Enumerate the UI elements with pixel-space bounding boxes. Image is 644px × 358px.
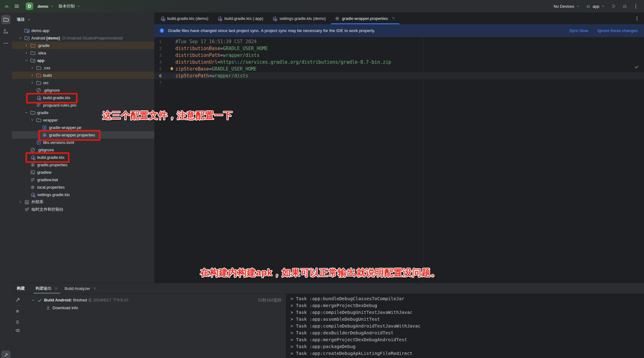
- build-panel-tab-构建输出[interactable]: 构建输出: [32, 283, 61, 294]
- chevron-down-icon: [601, 4, 605, 8]
- chevron-down-icon[interactable]: [31, 298, 35, 302]
- tree-item-dot-idea[interactable]: .idea: [12, 49, 154, 57]
- hammer-icon: [3, 352, 9, 358]
- project-avatar-badge[interactable]: D: [26, 2, 33, 10]
- device-selector[interactable]: No Devices: [554, 4, 580, 9]
- ignore-changes-link[interactable]: Ignore these changes: [597, 28, 638, 33]
- tree-item-label: local.properties: [37, 185, 65, 190]
- main-menu-hamburger-icon[interactable]: [14, 3, 20, 9]
- resource-manager-button[interactable]: [1, 27, 11, 36]
- tree-item-local-properties[interactable]: local.properties: [12, 183, 154, 191]
- project-name: demo: [38, 4, 48, 9]
- download-info-row[interactable]: Download info: [23, 304, 286, 311]
- tree-item-path: D:\Android Studio\Project\Android: [62, 36, 123, 40]
- tree-item-wrapper-jar[interactable]: gradle-wrapper.jar: [12, 124, 154, 131]
- tree-chevron-icon: [24, 43, 29, 48]
- vcs-widget[interactable]: 版本控制: [59, 3, 81, 9]
- tree-item-label: src: [43, 80, 48, 85]
- code-line-1[interactable]: 1#Tue Sep 17 16:51:39 CST 2024: [154, 38, 644, 45]
- tab-close-icon[interactable]: [92, 286, 97, 291]
- code-line-4[interactable]: 4distributionUrl=https\://services.gradl…: [154, 59, 644, 66]
- tree-item-external-libs[interactable]: 外部库: [12, 198, 154, 206]
- project-selector[interactable]: demo: [38, 4, 54, 9]
- shapes-icon: [3, 29, 9, 34]
- intention-bulb-icon[interactable]: [169, 67, 174, 72]
- tree-item-label: gradle: [37, 110, 48, 115]
- tree-item-build-gradle-app[interactable]: build.gradle.kts: [12, 94, 154, 101]
- tree-item-label: 临时文件和控制台: [31, 207, 64, 212]
- code-line-3[interactable]: 3distributionPath=wrapper/dists: [154, 52, 644, 59]
- code-line-6[interactable]: 6zipStorePath=wrapper/dists: [154, 72, 644, 79]
- debug-button[interactable]: [622, 3, 628, 9]
- build-panel-tab-build-analyzer[interactable]: Build Analyzer: [61, 283, 100, 294]
- view-options-eye-icon[interactable]: [15, 328, 20, 333]
- code-line-7[interactable]: 7: [154, 79, 644, 86]
- code-line-2[interactable]: 2distributionBase=GRADLE_USER_HOME: [154, 45, 644, 52]
- tab-close-icon[interactable]: [391, 16, 396, 21]
- tree-item-gitignore-root[interactable]: .gitignore: [12, 146, 154, 154]
- tree-item-gradlew-bat[interactable]: gradlew.bat: [12, 176, 154, 183]
- tree-item-label: .gitignore: [43, 88, 60, 93]
- code-line-5[interactable]: 5zipStoreBase=GRADLE_USER_HOME: [154, 66, 644, 72]
- tree-item-gradle-properties[interactable]: gradle.properties: [12, 161, 154, 168]
- chevron-down-icon: [50, 4, 54, 8]
- pin-tab-icon[interactable]: [15, 320, 20, 325]
- line-number: 3: [154, 53, 162, 58]
- editor-tab-gradle-wrapper-properties[interactable]: gradle-wrapper.properties: [330, 12, 400, 24]
- run-configuration-selector[interactable]: app: [586, 4, 605, 9]
- tab-options-kebab-icon[interactable]: [634, 16, 640, 21]
- build-tool-window: 构建 构建输出Build Analyzer Build Android: fin…: [12, 283, 644, 358]
- tree-item-wrapper[interactable]: wrapper: [12, 116, 154, 124]
- project-tool-window-button[interactable]: [1, 15, 11, 24]
- tree-chevron-icon: [30, 73, 34, 77]
- tree-item-gitignore-app[interactable]: .gitignore: [12, 86, 154, 94]
- stop-button[interactable]: [15, 309, 20, 314]
- sync-now-link[interactable]: Sync Now: [569, 28, 588, 33]
- more-actions-kebab-icon[interactable]: [633, 4, 638, 9]
- tree-item-dot-gradle[interactable]: .gradle: [12, 42, 154, 49]
- more-tool-windows-button[interactable]: [1, 39, 11, 48]
- chevron-down-icon: [27, 17, 31, 22]
- build-status-row[interactable]: Build Android: finished 在 2024/9/17 下午9:…: [23, 296, 286, 304]
- gear-icon: [30, 185, 35, 190]
- terminal-icon: [30, 170, 35, 175]
- tree-item-libs-versions[interactable]: libs.versions.toml: [12, 139, 154, 146]
- console-line: > Task :app:assembleDebug: [290, 357, 644, 358]
- tab-close-icon[interactable]: [54, 286, 58, 291]
- tree-item-build[interactable]: build: [12, 71, 154, 79]
- ignore-icon: [30, 147, 35, 153]
- tree-item-label: .cxx: [43, 66, 50, 70]
- code-editor[interactable]: 1#Tue Sep 17 16:51:39 CST 20242distribut…: [154, 37, 644, 284]
- tree-item-app[interactable]: app: [12, 57, 154, 64]
- toml-icon: [36, 140, 41, 145]
- run-configuration-label: app: [592, 4, 599, 9]
- gradle-icon: [30, 192, 35, 197]
- tree-item-proguard[interactable]: proguard-rules.pro: [12, 101, 154, 109]
- tree-item-wrapper-properties[interactable]: gradle-wrapper.properties: [12, 131, 154, 139]
- tree-item-android-root[interactable]: Android [demo]D:\Android Studio\Project\…: [12, 34, 154, 42]
- run-button[interactable]: [611, 3, 616, 9]
- editor-tab-settings-gradle-kts-demo-[interactable]: settings.gradle.kts (demo): [268, 12, 330, 24]
- tree-item-scratches[interactable]: 临时文件和控制台: [12, 206, 154, 213]
- tree-item-demo-app[interactable]: demo.app: [12, 27, 154, 34]
- console-line: > Task :app:dexBuilderDebugAndroidTest: [290, 329, 644, 336]
- editor-tab-build-gradle-kts-app-[interactable]: build.gradle.kts (:app): [213, 12, 268, 24]
- folder-android-icon: [24, 35, 29, 41]
- tree-item-label: .gitignore: [37, 148, 54, 152]
- download-icon: [46, 305, 51, 310]
- tree-item-src[interactable]: src: [12, 79, 154, 86]
- project-panel-header[interactable]: 项目: [12, 12, 154, 27]
- tree-item-settings-gradle[interactable]: settings.gradle.kts: [12, 191, 154, 198]
- tree-item-gradlew[interactable]: gradlew: [12, 168, 154, 176]
- build-console[interactable]: > Task :app:bundleDebugClassesToCompileJ…: [286, 294, 644, 358]
- tree-item-gradle-dir[interactable]: gradle: [12, 109, 154, 116]
- tree-item-build-gradle-root[interactable]: build.gradle.kts: [12, 154, 154, 161]
- folder-excluded-icon: [36, 73, 41, 78]
- tree-item-cxx[interactable]: .cxx: [12, 64, 154, 71]
- editor-tab-build-gradle-kts-demo-[interactable]: build.gradle.kts (demo): [155, 12, 213, 24]
- build-panel-tabs: 构建输出Build Analyzer: [32, 283, 100, 294]
- tree-item-label: build.gradle.kts: [43, 95, 70, 100]
- tree-item-label: Android [demo]: [31, 36, 60, 40]
- build-tool-window-button[interactable]: [1, 351, 11, 358]
- rerun-build-hammer-icon[interactable]: [15, 297, 20, 303]
